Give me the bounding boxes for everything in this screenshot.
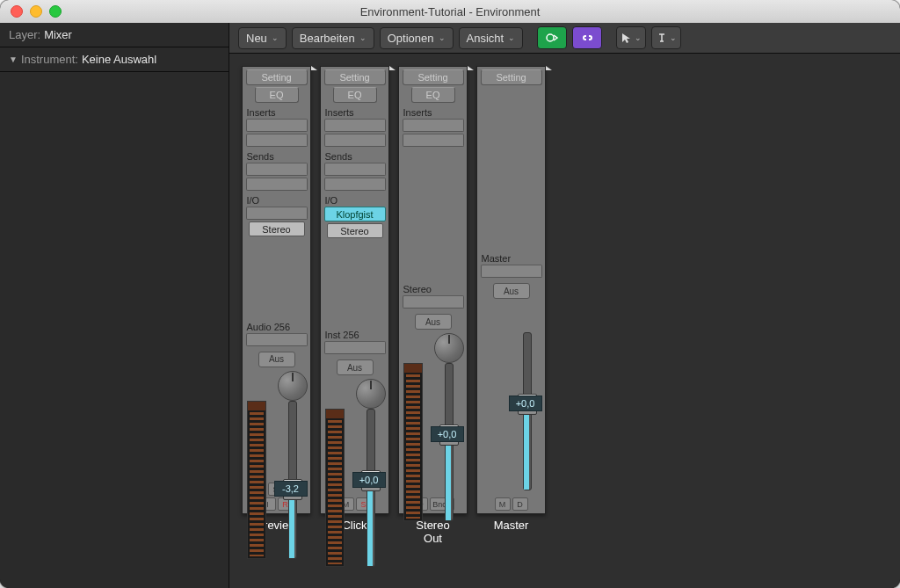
cable-out-icon[interactable] [389,66,396,70]
chevron-down-icon: ⌄ [670,33,677,42]
volume-fader[interactable]: +0,0 [441,363,462,521]
group-slot[interactable] [403,295,464,309]
cable-out-icon[interactable] [311,66,317,70]
menu-new[interactable]: Neu⌄ [238,27,287,49]
pointer-tool[interactable]: ⌄ [616,26,646,49]
toolbar: Neu⌄ Bearbeiten⌄ Optionen⌄ Ansicht⌄ ⌄ ⌄ [229,23,900,54]
cable-out-icon[interactable] [468,66,474,70]
window-controls [0,5,62,18]
channel-type-label: Audio 256 [246,319,308,333]
chevron-down-icon: ⌄ [272,33,279,42]
app-window: Environment-Tutorial - Environment Layer… [0,0,900,588]
sidebar: Layer: Mixer ▼ Instrument: Keine Auswahl [0,23,229,588]
fader-area: +0,0 [403,363,464,496]
automation-mode[interactable]: Aus [337,359,374,375]
fader-db-readout[interactable]: +0,0 [431,426,464,442]
fader-db-readout[interactable]: -3,2 [274,481,308,497]
menu-options[interactable]: Optionen⌄ [380,27,454,49]
chevron-down-icon: ⌄ [359,33,367,42]
channel-stereo-out: SettingEQInsertsStereoAus+0,0⦿BnceStereo… [398,66,468,546]
automation-mode[interactable]: Aus [258,352,295,367]
eq-button[interactable]: EQ [411,87,455,103]
chevron-down-icon: ⌄ [439,33,446,42]
layer-label: Layer: [9,28,40,41]
insert-slot[interactable] [403,134,464,147]
setting-button[interactable]: Setting [403,69,464,85]
chevron-down-icon: ⌄ [508,33,515,42]
setting-button[interactable]: Setting [246,69,308,85]
io-label: I/O [246,192,308,207]
close-icon[interactable] [11,5,23,18]
setting-button[interactable]: Setting [481,69,542,85]
channel-buttons: MD [480,497,543,511]
inserts-label: Inserts [403,105,464,119]
channel-strip[interactable]: SettingEQInsertsSendsI/OKlopfgistStereoI… [320,66,389,514]
pan-knob[interactable] [278,371,308,401]
channel-button-d[interactable]: D [512,497,528,511]
midi-thru-button[interactable] [537,26,567,49]
menu-edit[interactable]: Bearbeiten⌄ [292,27,374,49]
volume-fader[interactable]: +0,0 [363,409,384,567]
inspector-row[interactable]: ▼ Instrument: Keine Auswahl [0,47,229,72]
level-meter [247,401,266,559]
send-slot[interactable] [324,178,386,191]
channel-type-label: Inst 256 [324,327,386,341]
channel-strip[interactable]: SettingEQInsertsSendsI/OStereoAudio 256A… [242,66,311,514]
io-label: I/O [324,192,386,207]
channel-master: SettingMasterAus+0,0MDMaster [476,66,546,533]
level-meter [403,363,423,521]
fader-db-readout[interactable]: +0,0 [352,472,386,488]
window-title: Environment-Tutorial - Environment [0,5,900,18]
send-slot[interactable] [246,163,308,176]
io-output-slot[interactable]: Stereo [327,223,383,238]
channel-type-label: Stereo [403,281,464,295]
disclosure-triangle-icon[interactable]: ▼ [9,54,18,64]
link-button[interactable] [572,26,602,49]
channel-button-m[interactable]: M [495,497,511,511]
instrument-value: Keine Auswahl [82,53,156,66]
channel-strip[interactable]: SettingEQInsertsStereoAus+0,0⦿Bnce [398,66,468,514]
zoom-icon[interactable] [49,5,62,18]
channel-strip[interactable]: SettingMasterAus+0,0MD [476,66,546,514]
inserts-label: Inserts [324,105,386,119]
volume-fader[interactable]: -3,2 [285,401,306,559]
sends-label: Sends [324,149,386,163]
insert-slot[interactable] [403,119,464,132]
io-input-slot[interactable] [246,207,308,220]
sends-label: Sends [246,149,308,163]
setting-button[interactable]: Setting [324,69,386,85]
eq-button[interactable]: EQ [255,87,299,103]
group-slot[interactable] [324,341,386,354]
channel-type-label: Master [481,250,542,265]
minimize-icon[interactable] [30,5,42,18]
eq-button[interactable]: EQ [333,87,377,103]
inserts-label: Inserts [246,105,308,119]
send-slot[interactable] [246,178,308,191]
automation-mode[interactable]: Aus [493,283,530,299]
insert-slot[interactable] [324,134,386,147]
pan-knob[interactable] [434,333,464,363]
channel-name[interactable]: Master [494,519,529,533]
fader-area: +0,0 [481,332,542,496]
insert-slot[interactable] [246,134,308,147]
io-output-slot[interactable]: Stereo [249,221,305,236]
volume-fader[interactable]: +0,0 [519,332,541,490]
automation-mode[interactable]: Aus [415,314,452,330]
layer-row[interactable]: Layer: Mixer [0,23,229,47]
io-input-slot[interactable]: Klopfgist [324,207,386,221]
fader-db-readout[interactable]: +0,0 [509,396,542,411]
cable-out-icon[interactable] [546,66,552,70]
insert-slot[interactable] [246,119,308,132]
chevron-down-icon: ⌄ [635,33,642,42]
menu-view[interactable]: Ansicht⌄ [459,27,524,49]
pan-knob[interactable] [356,379,386,409]
environment-canvas[interactable]: SettingEQInsertsSendsI/OStereoAudio 256A… [229,54,900,588]
text-tool[interactable]: ⌄ [651,26,681,49]
group-slot[interactable] [481,265,542,278]
channel-name[interactable]: StereoOut [416,519,449,546]
main-area: Neu⌄ Bearbeiten⌄ Optionen⌄ Ansicht⌄ ⌄ ⌄ … [229,23,900,588]
send-slot[interactable] [324,163,386,176]
group-slot[interactable] [246,333,308,346]
fader-area: +0,0 [324,409,386,496]
insert-slot[interactable] [324,119,386,132]
